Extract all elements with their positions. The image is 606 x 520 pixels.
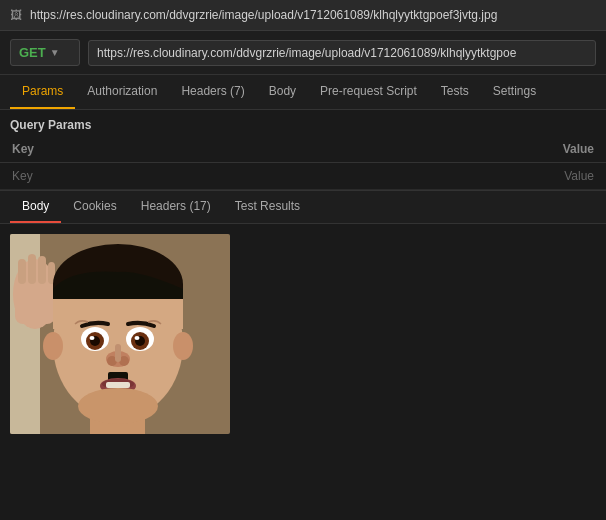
svg-point-31 [78, 388, 158, 424]
chevron-down-icon: ▼ [50, 47, 60, 58]
method-select[interactable]: GET ▼ [10, 39, 80, 66]
tab-pre-request-script[interactable]: Pre-request Script [308, 75, 429, 109]
key-column-header: Key [0, 136, 303, 163]
request-bar: GET ▼ [0, 31, 606, 75]
response-tabs-row: Body Cookies Headers (17) Test Results [0, 191, 606, 224]
response-tab-body[interactable]: Body [10, 191, 61, 223]
request-tabs-row: Params Authorization Headers (7) Body Pr… [0, 75, 606, 110]
table-row: Key Value [0, 163, 606, 190]
response-tab-headers[interactable]: Headers (17) [129, 191, 223, 223]
response-tab-cookies[interactable]: Cookies [61, 191, 128, 223]
tab-authorization[interactable]: Authorization [75, 75, 169, 109]
key-cell[interactable]: Key [0, 163, 303, 190]
svg-rect-4 [18, 259, 26, 284]
svg-rect-30 [106, 382, 130, 388]
top-url-text: https://res.cloudinary.com/ddvgrzrie/ima… [30, 8, 497, 22]
tab-settings[interactable]: Settings [481, 75, 548, 109]
svg-rect-26 [115, 344, 121, 362]
top-url-bar: 🖼 https://res.cloudinary.com/ddvgrzrie/i… [0, 0, 606, 31]
svg-point-22 [135, 336, 140, 340]
request-url-input[interactable] [88, 40, 596, 66]
query-params-label: Query Params [0, 110, 606, 136]
svg-point-18 [90, 336, 95, 340]
tab-headers[interactable]: Headers (7) [169, 75, 256, 109]
tab-body[interactable]: Body [257, 75, 308, 109]
svg-rect-6 [38, 256, 46, 284]
response-body [0, 224, 606, 464]
value-cell[interactable]: Value [303, 163, 606, 190]
svg-rect-5 [28, 254, 36, 284]
tab-tests[interactable]: Tests [429, 75, 481, 109]
value-column-header: Value [303, 136, 606, 163]
svg-rect-12 [53, 299, 183, 329]
response-tab-test-results[interactable]: Test Results [223, 191, 312, 223]
svg-point-13 [43, 332, 63, 360]
tab-params[interactable]: Params [10, 75, 75, 109]
method-label: GET [19, 45, 46, 60]
face-svg [10, 234, 230, 434]
image-icon: 🖼 [10, 8, 22, 22]
response-image [10, 234, 230, 434]
svg-point-14 [173, 332, 193, 360]
params-table: Key Value Key Value [0, 136, 606, 190]
